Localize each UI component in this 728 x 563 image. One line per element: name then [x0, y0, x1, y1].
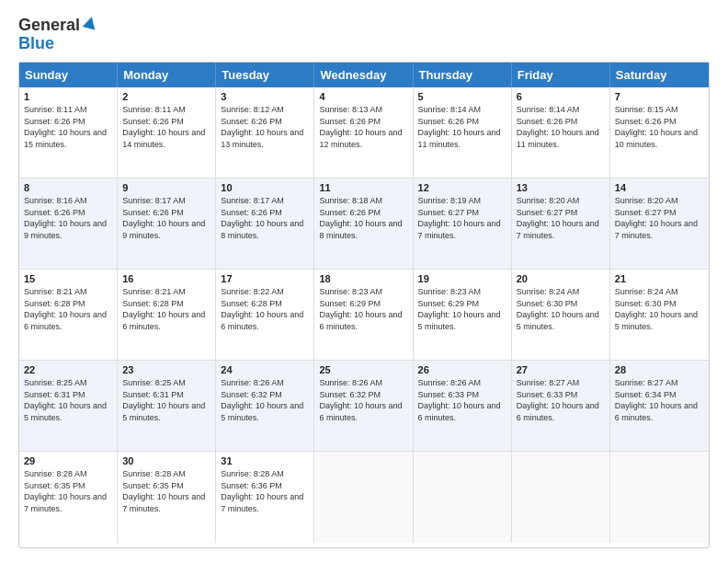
day-info: Sunrise: 8:13 AMSunset: 6:26 PMDaylight:… [319, 104, 407, 150]
day-info: Sunrise: 8:28 AMSunset: 6:36 PMDaylight:… [221, 468, 309, 514]
day-number: 21 [615, 273, 704, 284]
day-info: Sunrise: 8:21 AMSunset: 6:28 PMDaylight:… [122, 286, 210, 332]
calendar-cell: 11Sunrise: 8:18 AMSunset: 6:26 PMDayligh… [314, 178, 413, 269]
day-number: 4 [319, 91, 407, 102]
day-number: 26 [418, 364, 506, 375]
day-info: Sunrise: 8:20 AMSunset: 6:27 PMDaylight:… [517, 195, 605, 241]
calendar-cell: 24Sunrise: 8:26 AMSunset: 6:32 PMDayligh… [216, 361, 314, 451]
calendar-cell: 19Sunrise: 8:23 AMSunset: 6:29 PMDayligh… [414, 270, 512, 360]
calendar-cell: 22Sunrise: 8:25 AMSunset: 6:31 PMDayligh… [19, 361, 118, 451]
day-number: 30 [122, 455, 210, 466]
day-number: 7 [615, 91, 704, 102]
day-number: 11 [319, 182, 407, 193]
day-info: Sunrise: 8:25 AMSunset: 6:31 PMDaylight:… [24, 377, 112, 423]
day-info: Sunrise: 8:26 AMSunset: 6:32 PMDaylight:… [319, 377, 407, 423]
calendar-cell [610, 452, 709, 543]
day-info: Sunrise: 8:15 AMSunset: 6:26 PMDaylight:… [615, 104, 704, 150]
calendar-cell [314, 452, 413, 543]
calendar-cell: 17Sunrise: 8:22 AMSunset: 6:28 PMDayligh… [216, 270, 314, 360]
page: General Blue SundayMondayTuesdayWednesda… [0, 0, 728, 563]
calendar-cell: 23Sunrise: 8:25 AMSunset: 6:31 PMDayligh… [118, 361, 216, 451]
day-info: Sunrise: 8:23 AMSunset: 6:29 PMDaylight:… [319, 286, 407, 332]
day-number: 14 [615, 182, 704, 193]
day-info: Sunrise: 8:18 AMSunset: 6:26 PMDaylight:… [319, 195, 407, 241]
day-info: Sunrise: 8:28 AMSunset: 6:35 PMDaylight:… [122, 468, 210, 514]
calendar-row: 29Sunrise: 8:28 AMSunset: 6:35 PMDayligh… [19, 452, 709, 543]
day-info: Sunrise: 8:24 AMSunset: 6:30 PMDaylight:… [615, 286, 704, 332]
day-info: Sunrise: 8:26 AMSunset: 6:33 PMDaylight:… [418, 377, 506, 423]
calendar-cell: 4Sunrise: 8:13 AMSunset: 6:26 PMDaylight… [314, 87, 413, 178]
svg-marker-0 [83, 15, 98, 29]
calendar-cell: 2Sunrise: 8:11 AMSunset: 6:26 PMDaylight… [118, 87, 216, 178]
logo-blue-text: Blue [18, 34, 54, 52]
calendar-cell: 27Sunrise: 8:27 AMSunset: 6:33 PMDayligh… [512, 361, 610, 451]
day-info: Sunrise: 8:20 AMSunset: 6:27 PMDaylight:… [615, 195, 704, 241]
day-info: Sunrise: 8:21 AMSunset: 6:28 PMDaylight:… [24, 286, 112, 332]
day-info: Sunrise: 8:26 AMSunset: 6:32 PMDaylight:… [221, 377, 309, 423]
calendar-header-cell: Monday [118, 63, 216, 87]
day-info: Sunrise: 8:27 AMSunset: 6:34 PMDaylight:… [615, 377, 704, 423]
calendar-cell: 6Sunrise: 8:14 AMSunset: 6:26 PMDaylight… [512, 87, 610, 178]
header: General Blue [18, 15, 710, 52]
calendar-row: 8Sunrise: 8:16 AMSunset: 6:26 PMDaylight… [19, 178, 709, 270]
calendar-cell: 31Sunrise: 8:28 AMSunset: 6:36 PMDayligh… [216, 452, 314, 543]
day-info: Sunrise: 8:25 AMSunset: 6:31 PMDaylight:… [122, 377, 210, 423]
day-number: 8 [24, 182, 112, 193]
calendar-row: 22Sunrise: 8:25 AMSunset: 6:31 PMDayligh… [19, 361, 709, 452]
calendar-cell: 21Sunrise: 8:24 AMSunset: 6:30 PMDayligh… [610, 270, 709, 360]
calendar-cell: 20Sunrise: 8:24 AMSunset: 6:30 PMDayligh… [512, 270, 610, 360]
day-number: 1 [24, 91, 112, 102]
calendar-header-cell: Thursday [414, 63, 512, 87]
day-info: Sunrise: 8:16 AMSunset: 6:26 PMDaylight:… [24, 195, 112, 241]
day-number: 12 [418, 182, 506, 193]
calendar-cell: 25Sunrise: 8:26 AMSunset: 6:32 PMDayligh… [314, 361, 413, 451]
day-number: 5 [418, 91, 506, 102]
day-info: Sunrise: 8:11 AMSunset: 6:26 PMDaylight:… [122, 104, 210, 150]
day-number: 15 [24, 273, 112, 284]
day-number: 20 [517, 273, 605, 284]
day-info: Sunrise: 8:11 AMSunset: 6:26 PMDaylight:… [24, 104, 112, 150]
day-number: 19 [418, 273, 506, 284]
day-info: Sunrise: 8:14 AMSunset: 6:26 PMDaylight:… [517, 104, 605, 150]
calendar-row: 1Sunrise: 8:11 AMSunset: 6:26 PMDaylight… [19, 87, 709, 178]
day-number: 13 [517, 182, 605, 193]
calendar-header-cell: Saturday [610, 63, 709, 87]
day-info: Sunrise: 8:19 AMSunset: 6:27 PMDaylight:… [418, 195, 506, 241]
day-number: 16 [122, 273, 210, 284]
calendar-cell: 1Sunrise: 8:11 AMSunset: 6:26 PMDaylight… [19, 87, 118, 178]
calendar-cell: 13Sunrise: 8:20 AMSunset: 6:27 PMDayligh… [512, 178, 610, 269]
calendar-cell: 15Sunrise: 8:21 AMSunset: 6:28 PMDayligh… [19, 270, 118, 360]
calendar-cell: 8Sunrise: 8:16 AMSunset: 6:26 PMDaylight… [19, 178, 118, 269]
day-number: 25 [319, 364, 407, 375]
day-number: 29 [24, 455, 112, 466]
day-number: 18 [319, 273, 407, 284]
day-info: Sunrise: 8:14 AMSunset: 6:26 PMDaylight:… [418, 104, 506, 150]
day-info: Sunrise: 8:27 AMSunset: 6:33 PMDaylight:… [517, 377, 605, 423]
calendar-body: 1Sunrise: 8:11 AMSunset: 6:26 PMDaylight… [19, 87, 709, 543]
day-number: 22 [24, 364, 112, 375]
day-number: 31 [221, 455, 309, 466]
logo-general-text: General [18, 17, 80, 33]
day-info: Sunrise: 8:12 AMSunset: 6:26 PMDaylight:… [221, 104, 309, 150]
day-number: 24 [221, 364, 309, 375]
day-info: Sunrise: 8:28 AMSunset: 6:35 PMDaylight:… [24, 468, 112, 514]
day-number: 27 [517, 364, 605, 375]
day-info: Sunrise: 8:17 AMSunset: 6:26 PMDaylight:… [122, 195, 210, 241]
day-number: 9 [122, 182, 210, 193]
day-number: 23 [122, 364, 210, 375]
calendar-cell: 28Sunrise: 8:27 AMSunset: 6:34 PMDayligh… [610, 361, 709, 451]
calendar-header-cell: Wednesday [314, 63, 413, 87]
day-number: 17 [221, 273, 309, 284]
day-number: 2 [122, 91, 210, 102]
day-number: 28 [615, 364, 704, 375]
calendar-cell: 9Sunrise: 8:17 AMSunset: 6:26 PMDaylight… [118, 178, 216, 269]
calendar-cell: 12Sunrise: 8:19 AMSunset: 6:27 PMDayligh… [414, 178, 512, 269]
calendar-cell: 7Sunrise: 8:15 AMSunset: 6:26 PMDaylight… [610, 87, 709, 178]
day-number: 3 [221, 91, 309, 102]
calendar-cell: 3Sunrise: 8:12 AMSunset: 6:26 PMDaylight… [216, 87, 314, 178]
day-info: Sunrise: 8:22 AMSunset: 6:28 PMDaylight:… [221, 286, 309, 332]
calendar-header-cell: Friday [512, 63, 610, 87]
day-info: Sunrise: 8:24 AMSunset: 6:30 PMDaylight:… [517, 286, 605, 332]
logo-triangle-icon [82, 15, 98, 31]
day-number: 10 [221, 182, 309, 193]
